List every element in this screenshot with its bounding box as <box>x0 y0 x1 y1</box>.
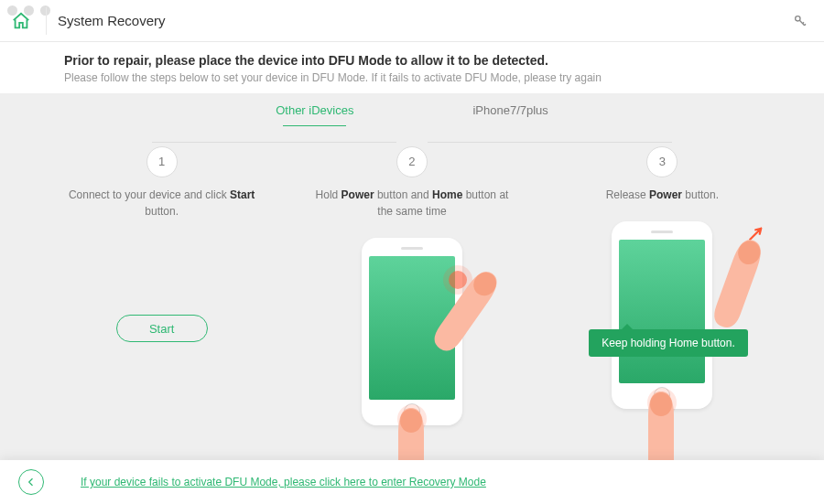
text: Connect to your device and click <box>69 188 230 201</box>
intro-heading: Prior to repair, please place the device… <box>64 53 760 68</box>
finger-icon <box>704 234 772 333</box>
start-button[interactable]: Start <box>116 315 208 342</box>
step-connector <box>428 142 672 143</box>
step-1-desc: Connect to your device and click Start b… <box>37 187 287 220</box>
step-1: 1 Connect to your device and click Start… <box>37 146 287 457</box>
page-title: System Recovery <box>58 13 166 28</box>
touch-indicator <box>403 410 421 428</box>
intro-subtext: Please follow the steps below to set you… <box>64 71 760 84</box>
illustration-step-2 <box>287 238 537 457</box>
divider <box>46 7 47 35</box>
svg-point-1 <box>469 268 501 300</box>
svg-point-0 <box>796 16 800 20</box>
step-2: 2 Hold Power button and Home button at t… <box>287 146 537 457</box>
step-number: 3 <box>646 146 678 177</box>
text-bold: Start <box>230 188 255 201</box>
step-number: 1 <box>146 146 178 177</box>
text: button. <box>145 205 179 218</box>
tooltip-keep-holding: Keep holding Home button. <box>589 329 747 357</box>
footer-bar: If your device fails to activate DFU Mod… <box>0 460 824 504</box>
step-2-desc: Hold Power button and Home button at the… <box>287 187 537 220</box>
step-3-desc: Release Power button. <box>537 187 787 203</box>
touch-indicator <box>653 393 671 412</box>
release-arrow-icon <box>748 225 764 241</box>
step-number: 2 <box>396 146 428 177</box>
home-icon[interactable] <box>11 11 38 31</box>
tab-other-idevices[interactable]: Other iDevices <box>276 100 353 121</box>
device-tabs: Other iDevices iPhone7/7plus <box>0 93 824 126</box>
steps-content: 1 Connect to your device and click Start… <box>0 126 824 465</box>
step-connector <box>152 142 396 143</box>
recovery-mode-link[interactable]: If your device fails to activate DFU Mod… <box>81 476 486 488</box>
svg-point-3 <box>735 238 764 268</box>
key-icon[interactable] <box>793 14 808 28</box>
step-3: 3 Release Power button. Keep holding Hom… <box>537 146 787 441</box>
back-button[interactable] <box>18 469 44 495</box>
intro-block: Prior to repair, please place the device… <box>0 42 824 84</box>
app-header: System Recovery <box>0 0 824 42</box>
illustration-step-3: Keep holding Home button. <box>537 221 787 441</box>
tab-iphone7[interactable]: iPhone7/7plus <box>472 100 548 121</box>
touch-indicator <box>449 271 467 289</box>
